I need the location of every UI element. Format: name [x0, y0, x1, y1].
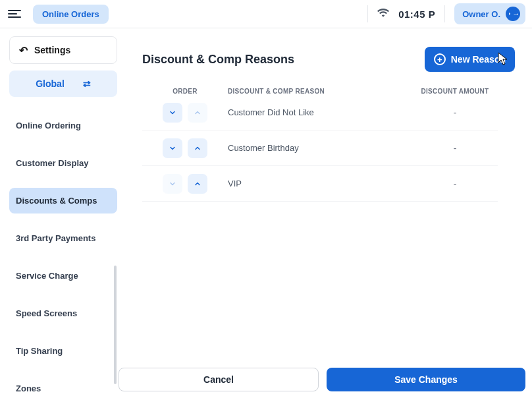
col-order: ORDER: [142, 88, 228, 95]
move-down-button: [163, 174, 182, 194]
reasons-table: ORDER DISCOUNT & COMP REASON DISCOUNT AM…: [142, 88, 498, 202]
sidebar-item[interactable]: Zones: [9, 376, 117, 398]
reason-cell[interactable]: VIP: [228, 179, 412, 188]
cancel-button[interactable]: Cancel: [119, 368, 319, 391]
move-up-button: [188, 103, 207, 123]
new-reason-label: New Reason: [451, 54, 506, 65]
sidebar-item[interactable]: Online Ordering: [9, 113, 117, 138]
owner-avatar-icon: →: [506, 7, 520, 21]
reason-cell[interactable]: Customer Did Not Like: [228, 107, 412, 117]
sidebar-item[interactable]: Tip Sharing: [9, 338, 117, 364]
sidebar-item[interactable]: 3rd Party Payments: [9, 225, 117, 251]
new-reason-button[interactable]: + New Reason: [425, 47, 515, 72]
sidebar-item[interactable]: Customer Display: [9, 150, 117, 176]
amount-cell: -: [412, 143, 498, 154]
top-bar: Online Orders 01:45 P Owner O. →: [0, 0, 532, 28]
sidebar-scrollbar[interactable]: [114, 266, 117, 384]
table-row: Customer Birthday-: [142, 130, 498, 166]
back-arrow-icon: ↶: [19, 44, 28, 57]
owner-label: Owner O.: [462, 9, 500, 19]
move-up-button[interactable]: [188, 138, 207, 158]
page-title: Discount & Comp Reasons: [142, 53, 294, 67]
save-button[interactable]: Save Changes: [327, 368, 525, 391]
table-row: VIP-: [142, 166, 498, 202]
shuffle-icon: ⇄: [83, 78, 91, 89]
sidebar-item[interactable]: Discounts & Comps: [9, 188, 117, 213]
table-row: Customer Did Not Like-: [142, 95, 498, 130]
move-down-button[interactable]: [163, 103, 182, 123]
col-reason: DISCOUNT & COMP REASON: [228, 88, 412, 95]
sidebar-item[interactable]: Service Charge: [9, 263, 117, 289]
clock: 01:45 P: [398, 9, 435, 20]
menu-icon[interactable]: [8, 6, 24, 22]
divider: [367, 5, 368, 22]
settings-title: Settings: [34, 45, 70, 55]
sidebar-item[interactable]: Speed Screens: [9, 300, 117, 326]
wifi-icon: [377, 8, 389, 20]
back-settings[interactable]: ↶ Settings: [9, 36, 117, 64]
move-up-button[interactable]: [188, 174, 207, 194]
owner-menu[interactable]: Owner O. →: [454, 3, 525, 24]
reason-cell[interactable]: Customer Birthday: [228, 143, 412, 153]
divider: [444, 5, 445, 22]
nav-online-orders[interactable]: Online Orders: [33, 5, 109, 24]
amount-cell: -: [412, 107, 498, 118]
move-down-button[interactable]: [163, 138, 182, 158]
scope-selector[interactable]: Global ⇄: [9, 71, 117, 97]
plus-circle-icon: +: [434, 53, 446, 65]
col-amount: DISCOUNT AMOUNT: [412, 88, 498, 95]
scope-label: Global: [36, 78, 65, 89]
sidebar: ↶ Settings Global ⇄ Online OrderingCusto…: [0, 28, 119, 398]
footer-actions: Cancel Save Changes: [119, 368, 525, 391]
main-content: Discount & Comp Reasons + New Reason ORD…: [119, 28, 532, 398]
amount-cell: -: [412, 179, 498, 189]
